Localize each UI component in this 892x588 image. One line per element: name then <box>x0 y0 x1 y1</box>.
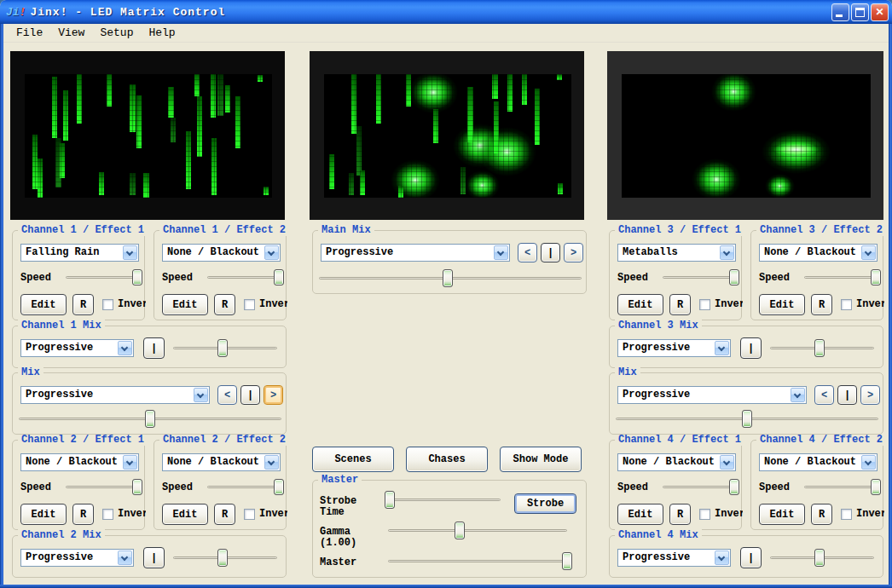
speed-slider[interactable] <box>206 268 282 288</box>
slider-thumb[interactable] <box>385 491 395 509</box>
edit-button[interactable]: Edit <box>20 504 67 525</box>
slider-thumb[interactable] <box>814 549 825 567</box>
speed-slider[interactable] <box>206 477 282 498</box>
speed-slider[interactable] <box>802 268 879 288</box>
slider-thumb[interactable] <box>145 410 155 428</box>
close-button[interactable]: ✕ <box>871 3 889 21</box>
pause-button[interactable]: | <box>240 385 260 405</box>
edit-button[interactable]: Edit <box>20 294 67 315</box>
edit-button[interactable]: Edit <box>617 294 663 315</box>
randomize-button[interactable]: R <box>811 294 832 315</box>
scenes-button[interactable]: Scenes <box>312 447 394 472</box>
mix-mode-select[interactable]: Progressive <box>617 386 807 404</box>
minimize-button[interactable] <box>831 3 849 21</box>
invert-checkbox[interactable] <box>244 299 255 310</box>
next-button[interactable]: > <box>264 385 283 405</box>
show-mode-button[interactable]: Show Mode <box>500 447 582 472</box>
invert-checkbox[interactable] <box>699 509 710 520</box>
next-button[interactable]: > <box>860 385 880 405</box>
chevron-down-icon[interactable] <box>861 245 876 260</box>
effect-select[interactable]: Metaballs <box>617 244 736 262</box>
slider-track[interactable] <box>207 486 281 488</box>
invert-checkbox[interactable] <box>102 299 113 310</box>
speed-slider[interactable] <box>661 268 738 288</box>
chevron-down-icon[interactable] <box>264 245 279 260</box>
chevron-down-icon[interactable] <box>494 245 508 260</box>
previous-button[interactable]: < <box>814 385 834 405</box>
mix-fader-slider[interactable] <box>317 268 583 289</box>
randomize-button[interactable]: R <box>214 504 235 525</box>
mix-mode-select[interactable]: Progressive <box>20 339 134 357</box>
randomize-button[interactable]: R <box>811 504 832 525</box>
invert-checkbox[interactable] <box>841 509 852 520</box>
randomize-button[interactable]: R <box>214 294 235 315</box>
channel-mix-slider[interactable] <box>768 548 876 568</box>
slider-thumb[interactable] <box>217 339 228 357</box>
title-bar[interactable]: Ji! Jinx! - LED Matrix Control ✕ <box>0 0 892 24</box>
slider-thumb[interactable] <box>274 479 284 495</box>
slider-thumb[interactable] <box>562 552 572 570</box>
chevron-down-icon[interactable] <box>720 455 734 470</box>
invert-checkbox[interactable] <box>244 509 255 520</box>
randomize-button[interactable]: R <box>72 504 94 525</box>
pause-button[interactable]: | <box>541 243 560 262</box>
chevron-down-icon[interactable] <box>123 245 137 260</box>
strobe-time-slider[interactable] <box>386 491 502 510</box>
randomize-button[interactable]: R <box>669 504 691 525</box>
speed-slider[interactable] <box>661 477 738 498</box>
mix-fader-slider[interactable] <box>614 409 880 429</box>
mix-mode-select[interactable]: Progressive <box>617 339 731 357</box>
pause-button[interactable]: | <box>740 547 762 568</box>
invert-checkbox[interactable] <box>841 299 852 310</box>
slider-track[interactable] <box>663 486 736 488</box>
chevron-down-icon[interactable] <box>791 388 805 402</box>
speed-slider[interactable] <box>64 268 141 288</box>
edit-button[interactable]: Edit <box>162 504 208 525</box>
strobe-button[interactable]: Strobe <box>514 493 576 514</box>
randomize-button[interactable]: R <box>669 294 691 315</box>
slider-track[interactable] <box>66 486 139 488</box>
effect-select[interactable]: None / Blackout <box>759 244 878 262</box>
slider-thumb[interactable] <box>132 269 142 285</box>
slider-thumb[interactable] <box>132 479 142 495</box>
pause-button[interactable]: | <box>837 385 857 405</box>
mix-mode-select[interactable]: Progressive <box>20 549 134 567</box>
slider-track[interactable] <box>388 560 567 562</box>
effect-select[interactable]: Falling Rain <box>20 244 139 262</box>
pause-button[interactable]: | <box>143 547 165 568</box>
chevron-down-icon[interactable] <box>715 551 729 565</box>
pause-button[interactable]: | <box>143 337 165 359</box>
slider-track[interactable] <box>388 499 501 501</box>
slider-track[interactable] <box>663 276 736 279</box>
effect-select[interactable]: None / Blackout <box>759 453 878 471</box>
channel-mix-slider[interactable] <box>768 338 876 359</box>
slider-thumb[interactable] <box>871 269 881 285</box>
slider-thumb[interactable] <box>443 269 453 287</box>
previous-button[interactable]: < <box>518 243 537 262</box>
slider-thumb[interactable] <box>871 479 881 495</box>
channel-mix-slider[interactable] <box>171 338 279 359</box>
effect-select[interactable]: None / Blackout <box>162 453 281 471</box>
edit-button[interactable]: Edit <box>162 294 208 315</box>
effect-select[interactable]: None / Blackout <box>617 453 736 471</box>
edit-button[interactable]: Edit <box>759 294 805 315</box>
slider-thumb[interactable] <box>274 269 284 285</box>
slider-thumb[interactable] <box>814 339 825 357</box>
master-slider[interactable] <box>386 552 569 571</box>
slider-thumb[interactable] <box>729 269 739 285</box>
mix-mode-select[interactable]: Progressive <box>321 244 510 262</box>
chevron-down-icon[interactable] <box>118 341 132 355</box>
menu-view[interactable]: View <box>50 25 92 41</box>
gamma-slider[interactable] <box>386 522 569 540</box>
maximize-button[interactable] <box>851 3 869 21</box>
chevron-down-icon[interactable] <box>861 455 876 470</box>
slider-thumb[interactable] <box>742 410 752 428</box>
mix-mode-select[interactable]: Progressive <box>617 549 731 567</box>
speed-slider[interactable] <box>64 477 141 498</box>
edit-button[interactable]: Edit <box>759 504 805 525</box>
slider-thumb[interactable] <box>729 479 739 495</box>
chevron-down-icon[interactable] <box>715 341 729 355</box>
speed-slider[interactable] <box>802 477 879 498</box>
pause-button[interactable]: | <box>740 337 762 359</box>
chevron-down-icon[interactable] <box>720 245 734 260</box>
